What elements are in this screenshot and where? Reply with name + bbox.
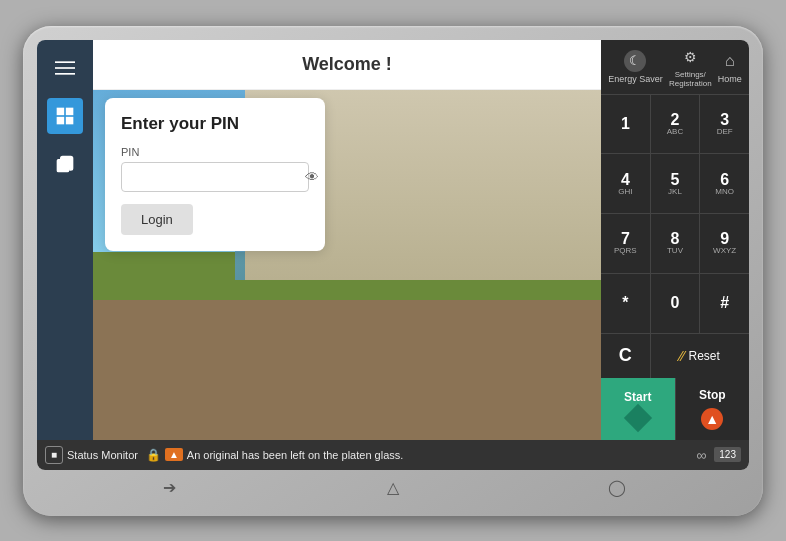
svg-rect-6 <box>66 116 74 124</box>
welcome-bar: Welcome ! <box>93 40 601 90</box>
svg-rect-2 <box>55 73 75 75</box>
stop-circle-icon: ▲ <box>701 408 723 430</box>
key-6[interactable]: 6 MNO <box>700 154 749 213</box>
eye-icon[interactable]: 👁 <box>305 169 319 185</box>
key-5[interactable]: 5 JKL <box>651 154 700 213</box>
start-button[interactable]: Start <box>601 378 675 440</box>
key-2[interactable]: 2 ABC <box>651 95 700 154</box>
sidebar-grid-button[interactable] <box>47 98 83 134</box>
start-diamond-icon <box>624 403 652 431</box>
key-8[interactable]: 8 TUV <box>651 214 700 273</box>
link-icon: ∞ <box>696 447 706 463</box>
svg-rect-0 <box>55 61 75 63</box>
key-7[interactable]: 7 PQRS <box>601 214 650 273</box>
ground <box>93 300 601 440</box>
svg-rect-4 <box>66 107 74 115</box>
numpad: 1 2 ABC 3 DEF 4 GHI <box>601 95 749 378</box>
energy-saver-label: Energy Saver <box>608 74 663 84</box>
pin-input[interactable] <box>130 169 305 185</box>
key-4[interactable]: 4 GHI <box>601 154 650 213</box>
pin-input-wrapper: 👁 <box>121 162 309 192</box>
alert-section: 🔒 ▲ An original has been left on the pla… <box>146 448 688 462</box>
sidebar <box>37 40 93 440</box>
login-button[interactable]: Login <box>121 204 193 235</box>
status-monitor-label: Status Monitor <box>67 449 138 461</box>
svg-rect-1 <box>55 67 75 69</box>
stop-label: Stop <box>699 388 726 402</box>
center-content: Welcome ! Enter your PIN PIN 👁 Login <box>93 40 601 440</box>
nav-warning-button[interactable]: △ <box>377 477 409 499</box>
key-9[interactable]: 9 WXYZ <box>700 214 749 273</box>
lock-icon: 🔒 <box>146 448 161 462</box>
welcome-text: Welcome ! <box>302 54 392 74</box>
settings-label: Settings/Registration <box>669 70 712 88</box>
start-label: Start <box>624 390 651 404</box>
right-top-controls: ☾ Energy Saver ⚙ Settings/Registration ⌂… <box>601 40 749 95</box>
right-panel: ☾ Energy Saver ⚙ Settings/Registration ⌂… <box>601 40 749 440</box>
key-asterisk[interactable]: * <box>601 274 650 333</box>
svg-rect-3 <box>57 107 64 115</box>
stop-button[interactable]: Stop ▲ <box>676 378 750 440</box>
nav-power-button[interactable]: ◯ <box>601 477 633 499</box>
svg-rect-5 <box>57 116 64 124</box>
key-1[interactable]: 1 <box>601 95 650 154</box>
reset-key[interactable]: ∕∕ Reset <box>651 334 749 378</box>
device-shell: Welcome ! Enter your PIN PIN 👁 Login <box>23 26 763 516</box>
screen: Welcome ! Enter your PIN PIN 👁 Login <box>37 40 749 470</box>
key-hash[interactable]: # <box>700 274 749 333</box>
status-monitor: ■ Status Monitor <box>45 446 138 464</box>
sidebar-menu-button[interactable] <box>47 50 83 86</box>
pin-label: PIN <box>121 146 309 158</box>
pin-dialog-title: Enter your PIN <box>121 114 309 134</box>
nav-back-button[interactable]: ➔ <box>153 477 185 499</box>
home-label: Home <box>718 74 742 84</box>
key-3[interactable]: 3 DEF <box>700 95 749 154</box>
warning-badge: ▲ <box>165 448 183 461</box>
alert-text: An original has been left on the platen … <box>187 449 403 461</box>
home-button[interactable]: ⌂ Home <box>718 50 742 84</box>
key-0[interactable]: 0 <box>651 274 700 333</box>
status-number: 123 <box>714 447 741 462</box>
settings-button[interactable]: ⚙ Settings/Registration <box>669 46 712 88</box>
status-right: ∞ 123 <box>696 447 741 463</box>
sidebar-copy-button[interactable] <box>47 146 83 182</box>
action-row: Start Stop ▲ <box>601 378 749 440</box>
main-area: Welcome ! Enter your PIN PIN 👁 Login <box>37 40 749 440</box>
gear-icon: ⚙ <box>679 46 701 68</box>
bottom-nav: ➔ △ ◯ <box>37 474 749 502</box>
status-bar: ■ Status Monitor 🔒 ▲ An original has bee… <box>37 440 749 470</box>
reset-icon: ∕∕ <box>680 348 685 364</box>
clear-key[interactable]: C <box>601 334 650 378</box>
pin-dialog: Enter your PIN PIN 👁 Login <box>105 98 325 251</box>
energy-saver-button[interactable]: ☾ Energy Saver <box>608 50 663 84</box>
warning-icon: ▲ <box>169 449 179 460</box>
status-monitor-icon: ■ <box>45 446 63 464</box>
home-icon: ⌂ <box>719 50 741 72</box>
moon-icon: ☾ <box>624 50 646 72</box>
